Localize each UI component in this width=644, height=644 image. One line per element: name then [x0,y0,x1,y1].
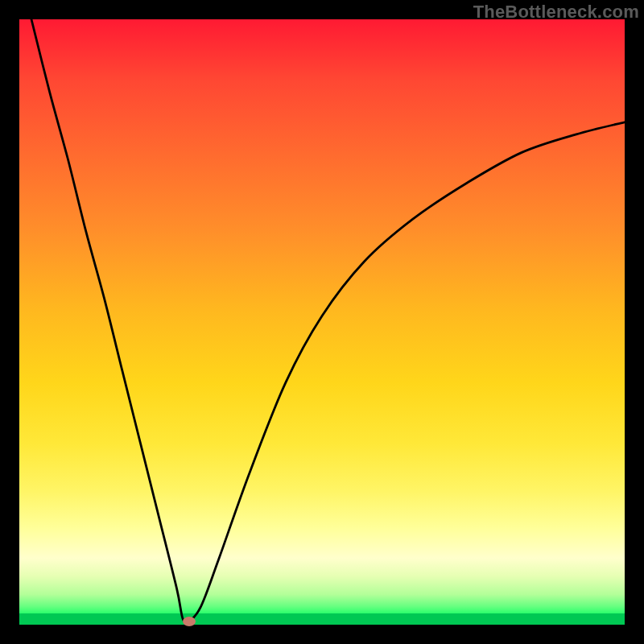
optimal-point-marker [183,617,196,626]
chart-plot-area [19,19,625,625]
bottleneck-curve [19,19,625,625]
